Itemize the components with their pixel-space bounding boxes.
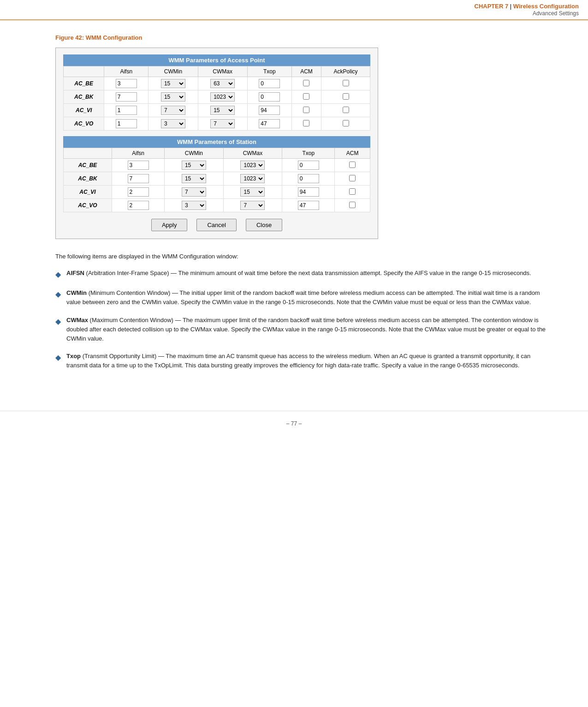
sta-col-aifsn: Aifsn bbox=[112, 148, 165, 159]
ap-cwmax-cell[interactable]: 715316312725551110232047 bbox=[198, 90, 247, 104]
ap-aifsn-input[interactable] bbox=[116, 92, 137, 102]
ap-ackpolicy-cell[interactable] bbox=[321, 90, 370, 104]
ap-cwmin-cell[interactable]: 371531631272555111023 bbox=[148, 117, 198, 131]
ap-acm-checkbox[interactable] bbox=[303, 107, 309, 113]
sta-aifsn-input[interactable] bbox=[128, 161, 149, 170]
ap-cwmin-select[interactable]: 371531631272555111023 bbox=[161, 79, 185, 88]
ap-acm-checkbox[interactable] bbox=[303, 120, 309, 126]
sta-acm-checkbox[interactable] bbox=[349, 162, 356, 168]
ap-acm-cell[interactable] bbox=[291, 77, 321, 90]
cancel-button[interactable]: Cancel bbox=[196, 219, 236, 231]
sta-txop-cell[interactable] bbox=[282, 159, 335, 172]
ap-cwmax-select[interactable]: 715316312725551110232047 bbox=[210, 119, 235, 128]
ap-cwmin-select[interactable]: 371531631272555111023 bbox=[161, 106, 185, 115]
sta-acm-checkbox[interactable] bbox=[349, 188, 356, 195]
main-content: Figure 42: WMM Configuration WMM Paramet… bbox=[0, 20, 588, 397]
ap-ackpolicy-checkbox[interactable] bbox=[343, 120, 349, 126]
sta-cwmin-select[interactable]: 371531631272555111023 bbox=[182, 201, 206, 210]
ap-txop-cell[interactable] bbox=[247, 117, 291, 131]
ap-ackpolicy-cell[interactable] bbox=[321, 104, 370, 117]
ap-aifsn-input[interactable] bbox=[116, 106, 137, 115]
sta-cwmin-select[interactable]: 371531631272555111023 bbox=[182, 161, 206, 170]
sta-aifsn-input[interactable] bbox=[128, 187, 149, 197]
sta-txop-input[interactable] bbox=[298, 187, 319, 197]
apply-button[interactable]: Apply bbox=[151, 219, 188, 231]
ap-aifsn-cell[interactable] bbox=[104, 117, 148, 131]
ap-cwmax-select[interactable]: 715316312725551110232047 bbox=[210, 79, 235, 88]
sta-cwmax-select[interactable]: 715316312725551110232047 bbox=[240, 187, 265, 197]
sta-cwmax-cell[interactable]: 715316312725551110232047 bbox=[223, 159, 282, 172]
ap-ackpolicy-cell[interactable] bbox=[321, 77, 370, 90]
sta-txop-cell[interactable] bbox=[282, 172, 335, 186]
ap-ackpolicy-checkbox[interactable] bbox=[343, 93, 349, 100]
sta-aifsn-cell[interactable] bbox=[112, 186, 165, 199]
ap-txop-input[interactable] bbox=[259, 92, 280, 102]
sta-cwmin-select[interactable]: 371531631272555111023 bbox=[182, 187, 206, 197]
sta-txop-cell[interactable] bbox=[282, 186, 335, 199]
ap-acm-cell[interactable] bbox=[291, 90, 321, 104]
ap-row-label: AC_VO bbox=[64, 117, 104, 131]
ap-txop-input[interactable] bbox=[259, 79, 280, 88]
ap-table: Aifsn CWMin CWMax Txop ACM AckPolicy AC_… bbox=[63, 66, 370, 131]
ap-cwmin-cell[interactable]: 371531631272555111023 bbox=[148, 104, 198, 117]
sta-txop-input[interactable] bbox=[298, 174, 319, 183]
sta-cwmax-cell[interactable]: 715316312725551110232047 bbox=[223, 186, 282, 199]
station-table-row: AC_BE37153163127255511102371531631272555… bbox=[64, 159, 370, 172]
sta-cwmin-cell[interactable]: 371531631272555111023 bbox=[165, 186, 224, 199]
ap-aifsn-cell[interactable] bbox=[104, 104, 148, 117]
sta-cwmax-cell[interactable]: 715316312725551110232047 bbox=[223, 199, 282, 212]
ap-aifsn-input[interactable] bbox=[116, 119, 137, 128]
sta-aifsn-input[interactable] bbox=[128, 174, 149, 183]
sta-cwmin-cell[interactable]: 371531631272555111023 bbox=[165, 172, 224, 186]
sta-cwmin-select[interactable]: 371531631272555111023 bbox=[182, 174, 206, 183]
sta-cwmax-select[interactable]: 715316312725551110232047 bbox=[240, 201, 265, 210]
ap-cwmin-cell[interactable]: 371531631272555111023 bbox=[148, 90, 198, 104]
ap-cwmin-select[interactable]: 371531631272555111023 bbox=[161, 119, 185, 128]
sta-cwmin-cell[interactable]: 371531631272555111023 bbox=[165, 159, 224, 172]
ap-acm-cell[interactable] bbox=[291, 104, 321, 117]
sta-txop-input[interactable] bbox=[298, 161, 319, 170]
ap-aifsn-input[interactable] bbox=[116, 79, 137, 88]
ap-acm-checkbox[interactable] bbox=[303, 80, 309, 86]
ap-ackpolicy-cell[interactable] bbox=[321, 117, 370, 131]
header-separator: | bbox=[510, 3, 513, 10]
ap-txop-cell[interactable] bbox=[247, 77, 291, 90]
sta-aifsn-cell[interactable] bbox=[112, 199, 165, 212]
ap-ackpolicy-checkbox[interactable] bbox=[343, 107, 349, 113]
ap-acm-checkbox[interactable] bbox=[303, 93, 309, 100]
sta-acm-cell[interactable] bbox=[335, 172, 370, 186]
sta-acm-checkbox[interactable] bbox=[349, 202, 356, 208]
sta-aifsn-cell[interactable] bbox=[112, 172, 165, 186]
ap-ackpolicy-checkbox[interactable] bbox=[343, 80, 349, 86]
bullet-term: CWMax bbox=[66, 317, 88, 324]
sta-txop-input[interactable] bbox=[298, 201, 319, 210]
ap-cwmax-cell[interactable]: 715316312725551110232047 bbox=[198, 117, 247, 131]
ap-cwmax-cell[interactable]: 715316312725551110232047 bbox=[198, 77, 247, 90]
ap-cwmax-select[interactable]: 715316312725551110232047 bbox=[210, 92, 235, 102]
ap-txop-input[interactable] bbox=[259, 106, 280, 115]
ap-cwmax-select[interactable]: 715316312725551110232047 bbox=[210, 106, 235, 115]
sta-cwmin-cell[interactable]: 371531631272555111023 bbox=[165, 199, 224, 212]
ap-col-acm: ACM bbox=[291, 66, 321, 77]
sta-acm-cell[interactable] bbox=[335, 186, 370, 199]
sta-aifsn-cell[interactable] bbox=[112, 159, 165, 172]
ap-acm-cell[interactable] bbox=[291, 117, 321, 131]
ap-txop-cell[interactable] bbox=[247, 104, 291, 117]
ap-txop-cell[interactable] bbox=[247, 90, 291, 104]
ap-txop-input[interactable] bbox=[259, 119, 280, 128]
sta-cwmax-cell[interactable]: 715316312725551110232047 bbox=[223, 172, 282, 186]
sta-txop-cell[interactable] bbox=[282, 199, 335, 212]
sta-acm-cell[interactable] bbox=[335, 199, 370, 212]
sta-cwmax-select[interactable]: 715316312725551110232047 bbox=[240, 161, 265, 170]
sta-acm-cell[interactable] bbox=[335, 159, 370, 172]
sta-cwmax-select[interactable]: 715316312725551110232047 bbox=[240, 174, 265, 183]
sta-aifsn-input[interactable] bbox=[128, 201, 149, 210]
ap-cwmax-cell[interactable]: 715316312725551110232047 bbox=[198, 104, 247, 117]
sta-acm-checkbox[interactable] bbox=[349, 175, 356, 181]
ap-cwmin-select[interactable]: 371531631272555111023 bbox=[161, 92, 185, 102]
sta-row-label: AC_VO bbox=[64, 199, 112, 212]
ap-aifsn-cell[interactable] bbox=[104, 77, 148, 90]
close-button[interactable]: Close bbox=[246, 219, 282, 231]
ap-cwmin-cell[interactable]: 371531631272555111023 bbox=[148, 77, 198, 90]
ap-aifsn-cell[interactable] bbox=[104, 90, 148, 104]
